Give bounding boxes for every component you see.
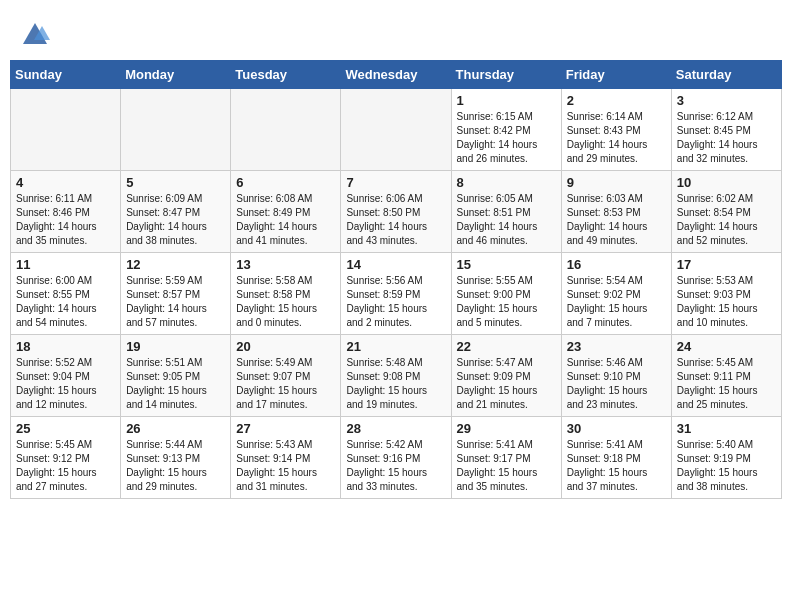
calendar-day: 15Sunrise: 5:55 AMSunset: 9:00 PMDayligh… bbox=[451, 253, 561, 335]
calendar-day: 13Sunrise: 5:58 AMSunset: 8:58 PMDayligh… bbox=[231, 253, 341, 335]
weekday-header-saturday: Saturday bbox=[671, 61, 781, 89]
weekday-header-thursday: Thursday bbox=[451, 61, 561, 89]
calendar-week-3: 11Sunrise: 6:00 AMSunset: 8:55 PMDayligh… bbox=[11, 253, 782, 335]
day-number: 22 bbox=[457, 339, 556, 354]
day-info: Sunrise: 5:52 AMSunset: 9:04 PMDaylight:… bbox=[16, 356, 115, 412]
day-number: 20 bbox=[236, 339, 335, 354]
day-number: 19 bbox=[126, 339, 225, 354]
day-number: 5 bbox=[126, 175, 225, 190]
calendar-week-4: 18Sunrise: 5:52 AMSunset: 9:04 PMDayligh… bbox=[11, 335, 782, 417]
day-info: Sunrise: 5:42 AMSunset: 9:16 PMDaylight:… bbox=[346, 438, 445, 494]
day-number: 3 bbox=[677, 93, 776, 108]
day-info: Sunrise: 6:12 AMSunset: 8:45 PMDaylight:… bbox=[677, 110, 776, 166]
day-number: 4 bbox=[16, 175, 115, 190]
day-info: Sunrise: 5:41 AMSunset: 9:18 PMDaylight:… bbox=[567, 438, 666, 494]
day-number: 27 bbox=[236, 421, 335, 436]
day-number: 29 bbox=[457, 421, 556, 436]
calendar-day: 5Sunrise: 6:09 AMSunset: 8:47 PMDaylight… bbox=[121, 171, 231, 253]
calendar-day: 30Sunrise: 5:41 AMSunset: 9:18 PMDayligh… bbox=[561, 417, 671, 499]
day-number: 6 bbox=[236, 175, 335, 190]
calendar-day: 4Sunrise: 6:11 AMSunset: 8:46 PMDaylight… bbox=[11, 171, 121, 253]
day-info: Sunrise: 6:15 AMSunset: 8:42 PMDaylight:… bbox=[457, 110, 556, 166]
day-number: 10 bbox=[677, 175, 776, 190]
day-info: Sunrise: 5:47 AMSunset: 9:09 PMDaylight:… bbox=[457, 356, 556, 412]
day-number: 26 bbox=[126, 421, 225, 436]
calendar-day: 10Sunrise: 6:02 AMSunset: 8:54 PMDayligh… bbox=[671, 171, 781, 253]
day-info: Sunrise: 5:41 AMSunset: 9:17 PMDaylight:… bbox=[457, 438, 556, 494]
weekday-header-friday: Friday bbox=[561, 61, 671, 89]
calendar-day bbox=[341, 89, 451, 171]
calendar-day: 6Sunrise: 6:08 AMSunset: 8:49 PMDaylight… bbox=[231, 171, 341, 253]
day-info: Sunrise: 5:40 AMSunset: 9:19 PMDaylight:… bbox=[677, 438, 776, 494]
day-number: 21 bbox=[346, 339, 445, 354]
day-number: 17 bbox=[677, 257, 776, 272]
day-info: Sunrise: 5:51 AMSunset: 9:05 PMDaylight:… bbox=[126, 356, 225, 412]
logo-icon bbox=[20, 20, 50, 50]
weekday-header-sunday: Sunday bbox=[11, 61, 121, 89]
day-info: Sunrise: 5:43 AMSunset: 9:14 PMDaylight:… bbox=[236, 438, 335, 494]
day-info: Sunrise: 5:58 AMSunset: 8:58 PMDaylight:… bbox=[236, 274, 335, 330]
calendar-header-row: SundayMondayTuesdayWednesdayThursdayFrid… bbox=[11, 61, 782, 89]
calendar-day: 3Sunrise: 6:12 AMSunset: 8:45 PMDaylight… bbox=[671, 89, 781, 171]
calendar-day: 8Sunrise: 6:05 AMSunset: 8:51 PMDaylight… bbox=[451, 171, 561, 253]
day-info: Sunrise: 5:59 AMSunset: 8:57 PMDaylight:… bbox=[126, 274, 225, 330]
calendar-week-5: 25Sunrise: 5:45 AMSunset: 9:12 PMDayligh… bbox=[11, 417, 782, 499]
calendar-day: 31Sunrise: 5:40 AMSunset: 9:19 PMDayligh… bbox=[671, 417, 781, 499]
weekday-header-tuesday: Tuesday bbox=[231, 61, 341, 89]
day-number: 15 bbox=[457, 257, 556, 272]
day-info: Sunrise: 6:02 AMSunset: 8:54 PMDaylight:… bbox=[677, 192, 776, 248]
logo bbox=[20, 20, 54, 50]
day-number: 1 bbox=[457, 93, 556, 108]
calendar-day bbox=[231, 89, 341, 171]
day-number: 30 bbox=[567, 421, 666, 436]
calendar-day: 26Sunrise: 5:44 AMSunset: 9:13 PMDayligh… bbox=[121, 417, 231, 499]
calendar-day: 28Sunrise: 5:42 AMSunset: 9:16 PMDayligh… bbox=[341, 417, 451, 499]
day-number: 25 bbox=[16, 421, 115, 436]
day-info: Sunrise: 5:45 AMSunset: 9:11 PMDaylight:… bbox=[677, 356, 776, 412]
calendar-day: 29Sunrise: 5:41 AMSunset: 9:17 PMDayligh… bbox=[451, 417, 561, 499]
calendar-day: 12Sunrise: 5:59 AMSunset: 8:57 PMDayligh… bbox=[121, 253, 231, 335]
day-number: 18 bbox=[16, 339, 115, 354]
calendar-day: 11Sunrise: 6:00 AMSunset: 8:55 PMDayligh… bbox=[11, 253, 121, 335]
day-number: 7 bbox=[346, 175, 445, 190]
day-number: 12 bbox=[126, 257, 225, 272]
day-info: Sunrise: 5:45 AMSunset: 9:12 PMDaylight:… bbox=[16, 438, 115, 494]
calendar-day: 18Sunrise: 5:52 AMSunset: 9:04 PMDayligh… bbox=[11, 335, 121, 417]
calendar-week-2: 4Sunrise: 6:11 AMSunset: 8:46 PMDaylight… bbox=[11, 171, 782, 253]
day-number: 24 bbox=[677, 339, 776, 354]
calendar-day bbox=[121, 89, 231, 171]
calendar-day: 27Sunrise: 5:43 AMSunset: 9:14 PMDayligh… bbox=[231, 417, 341, 499]
weekday-header-monday: Monday bbox=[121, 61, 231, 89]
calendar-day bbox=[11, 89, 121, 171]
calendar-week-1: 1Sunrise: 6:15 AMSunset: 8:42 PMDaylight… bbox=[11, 89, 782, 171]
header bbox=[10, 10, 782, 55]
day-number: 9 bbox=[567, 175, 666, 190]
day-info: Sunrise: 6:06 AMSunset: 8:50 PMDaylight:… bbox=[346, 192, 445, 248]
day-info: Sunrise: 5:55 AMSunset: 9:00 PMDaylight:… bbox=[457, 274, 556, 330]
calendar: SundayMondayTuesdayWednesdayThursdayFrid… bbox=[10, 60, 782, 499]
day-info: Sunrise: 6:09 AMSunset: 8:47 PMDaylight:… bbox=[126, 192, 225, 248]
calendar-day: 7Sunrise: 6:06 AMSunset: 8:50 PMDaylight… bbox=[341, 171, 451, 253]
calendar-day: 21Sunrise: 5:48 AMSunset: 9:08 PMDayligh… bbox=[341, 335, 451, 417]
weekday-header-wednesday: Wednesday bbox=[341, 61, 451, 89]
day-number: 16 bbox=[567, 257, 666, 272]
day-number: 2 bbox=[567, 93, 666, 108]
day-number: 28 bbox=[346, 421, 445, 436]
calendar-day: 22Sunrise: 5:47 AMSunset: 9:09 PMDayligh… bbox=[451, 335, 561, 417]
calendar-day: 9Sunrise: 6:03 AMSunset: 8:53 PMDaylight… bbox=[561, 171, 671, 253]
day-info: Sunrise: 6:11 AMSunset: 8:46 PMDaylight:… bbox=[16, 192, 115, 248]
day-number: 8 bbox=[457, 175, 556, 190]
day-number: 11 bbox=[16, 257, 115, 272]
calendar-day: 23Sunrise: 5:46 AMSunset: 9:10 PMDayligh… bbox=[561, 335, 671, 417]
calendar-day: 17Sunrise: 5:53 AMSunset: 9:03 PMDayligh… bbox=[671, 253, 781, 335]
calendar-day: 14Sunrise: 5:56 AMSunset: 8:59 PMDayligh… bbox=[341, 253, 451, 335]
day-number: 31 bbox=[677, 421, 776, 436]
day-info: Sunrise: 6:08 AMSunset: 8:49 PMDaylight:… bbox=[236, 192, 335, 248]
calendar-day: 19Sunrise: 5:51 AMSunset: 9:05 PMDayligh… bbox=[121, 335, 231, 417]
calendar-day: 20Sunrise: 5:49 AMSunset: 9:07 PMDayligh… bbox=[231, 335, 341, 417]
day-info: Sunrise: 5:44 AMSunset: 9:13 PMDaylight:… bbox=[126, 438, 225, 494]
day-info: Sunrise: 5:54 AMSunset: 9:02 PMDaylight:… bbox=[567, 274, 666, 330]
day-info: Sunrise: 5:56 AMSunset: 8:59 PMDaylight:… bbox=[346, 274, 445, 330]
calendar-day: 2Sunrise: 6:14 AMSunset: 8:43 PMDaylight… bbox=[561, 89, 671, 171]
day-info: Sunrise: 6:03 AMSunset: 8:53 PMDaylight:… bbox=[567, 192, 666, 248]
